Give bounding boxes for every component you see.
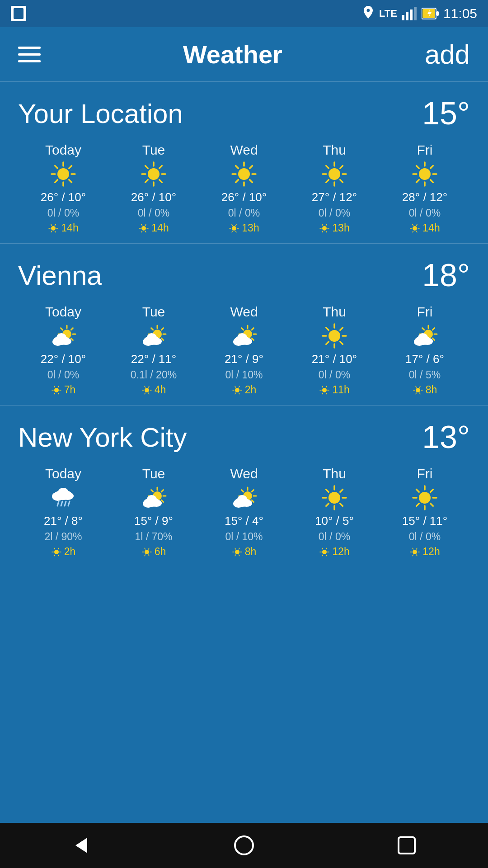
forecast-day-1[interactable]: Tue 15° / 9°1l / 70% 6h bbox=[108, 466, 199, 558]
weather-icon-rainy bbox=[50, 484, 77, 511]
location-header: Vienna18° bbox=[18, 257, 470, 293]
svg-line-93 bbox=[61, 328, 63, 330]
sunshine-hours: 11h bbox=[319, 384, 349, 396]
svg-line-9 bbox=[69, 180, 72, 183]
svg-line-268 bbox=[413, 548, 413, 549]
svg-point-271 bbox=[235, 836, 253, 854]
svg-point-71 bbox=[419, 168, 431, 180]
forecast-day-2[interactable]: Wed 15° / 4°0l / 10% 8h bbox=[199, 466, 289, 558]
svg-line-217 bbox=[148, 548, 149, 549]
svg-line-260 bbox=[417, 490, 419, 492]
svg-point-120 bbox=[145, 388, 149, 392]
svg-line-27 bbox=[145, 180, 148, 183]
svg-line-258 bbox=[417, 504, 419, 506]
forecast-day-1[interactable]: Tue 22° / 11°0.1l / 20% 4h bbox=[108, 304, 199, 396]
svg-line-85 bbox=[413, 224, 413, 226]
svg-line-182 bbox=[419, 386, 420, 387]
svg-line-190 bbox=[68, 501, 70, 506]
forecast-day-3[interactable]: Thu 21° / 10°0l / 0% 11h bbox=[289, 304, 380, 396]
svg-line-220 bbox=[252, 500, 253, 502]
day-label: Fri bbox=[417, 142, 433, 158]
svg-point-64 bbox=[322, 226, 327, 231]
location-section-1[interactable]: Vienna18°Today 22° / 10°0l / 0% 7hTue 22… bbox=[0, 243, 488, 405]
svg-line-249 bbox=[326, 555, 327, 556]
svg-line-256 bbox=[431, 504, 433, 506]
sunshine-hours: 12h bbox=[409, 546, 440, 558]
svg-rect-5 bbox=[436, 11, 439, 16]
back-button[interactable] bbox=[63, 827, 99, 863]
temperature-range: 22° / 11° bbox=[131, 352, 176, 366]
signal-icon bbox=[402, 7, 417, 20]
svg-line-15 bbox=[69, 166, 72, 169]
svg-line-162 bbox=[326, 386, 327, 387]
svg-line-178 bbox=[419, 393, 420, 394]
svg-line-265 bbox=[417, 555, 418, 556]
temperature-range: 26° / 10° bbox=[41, 190, 86, 204]
precipitation: 2l / 90% bbox=[44, 531, 82, 543]
temperature-range: 15° / 9° bbox=[134, 514, 173, 528]
svg-point-119 bbox=[147, 333, 157, 342]
svg-point-139 bbox=[237, 333, 247, 342]
svg-line-153 bbox=[326, 328, 329, 330]
svg-point-211 bbox=[145, 550, 149, 554]
precipitation: 0l / 5% bbox=[409, 369, 441, 381]
svg-line-51 bbox=[232, 231, 233, 232]
temperature-range: 21° / 10° bbox=[312, 352, 357, 366]
forecast-day-2[interactable]: Wed 26° / 10°0l / 0% 13h bbox=[199, 142, 289, 234]
day-label: Wed bbox=[230, 142, 258, 158]
svg-point-186 bbox=[58, 488, 69, 498]
svg-line-11 bbox=[55, 180, 58, 183]
svg-line-244 bbox=[326, 490, 329, 492]
svg-line-38 bbox=[145, 224, 146, 226]
add-location-button[interactable]: add bbox=[425, 39, 470, 70]
location-section-2[interactable]: New York City13°Today 21° / 8°2l / 90% 2… bbox=[0, 405, 488, 567]
svg-line-18 bbox=[55, 231, 56, 232]
svg-line-77 bbox=[417, 166, 419, 169]
forecast-day-0[interactable]: Today 21° / 8°2l / 90% 2h bbox=[18, 466, 108, 558]
day-label: Wed bbox=[230, 466, 258, 481]
svg-line-69 bbox=[322, 224, 323, 226]
forecast-day-1[interactable]: Tue 26° / 10°0l / 0% 14h bbox=[108, 142, 199, 234]
svg-line-188 bbox=[61, 501, 62, 506]
svg-line-197 bbox=[58, 548, 59, 549]
weather-icon-partly-cloudy bbox=[230, 322, 258, 349]
forecast-day-4[interactable]: Fri 17° / 6°0l / 5% 8h bbox=[380, 304, 470, 396]
svg-line-67 bbox=[322, 231, 323, 232]
precipitation: 0l / 0% bbox=[47, 369, 79, 381]
svg-point-210 bbox=[147, 495, 157, 504]
svg-line-31 bbox=[160, 166, 162, 169]
menu-button[interactable] bbox=[18, 47, 41, 62]
recents-button[interactable] bbox=[389, 827, 425, 863]
svg-point-176 bbox=[416, 388, 420, 392]
forecast-day-4[interactable]: Fri 28° / 12°0l / 0% 14h bbox=[380, 142, 470, 234]
forecast-day-3[interactable]: Thu 10° / 5°0l / 0% 12h bbox=[289, 466, 380, 558]
location-header: New York City13° bbox=[18, 419, 470, 455]
svg-line-105 bbox=[54, 386, 55, 387]
home-button[interactable] bbox=[226, 827, 262, 863]
svg-point-191 bbox=[54, 550, 59, 554]
location-section-0[interactable]: Your Location15°Today 26° / 10°0l / 0% 1… bbox=[0, 81, 488, 243]
svg-line-234 bbox=[235, 555, 236, 556]
forecast-day-4[interactable]: Fri 15° / 11°0l / 0% 12h bbox=[380, 466, 470, 558]
temperature-range: 21° / 9° bbox=[225, 352, 263, 366]
forecast-day-3[interactable]: Thu 27° / 12°0l / 0% 13h bbox=[289, 142, 380, 234]
forecast-day-0[interactable]: Today 22° / 10°0l / 0% 7h bbox=[18, 304, 108, 396]
svg-rect-1 bbox=[406, 12, 408, 20]
navigation-bar bbox=[0, 823, 488, 868]
svg-line-21 bbox=[51, 224, 52, 226]
svg-rect-0 bbox=[402, 15, 404, 20]
temperature-range: 28° / 12° bbox=[402, 190, 447, 204]
svg-line-57 bbox=[340, 180, 343, 183]
forecast-day-2[interactable]: Wed 21° / 9°0l / 10% 2h bbox=[199, 304, 289, 396]
svg-point-247 bbox=[322, 550, 327, 554]
svg-line-262 bbox=[431, 490, 433, 492]
lte-icon: LTE bbox=[379, 8, 397, 19]
status-left bbox=[11, 6, 26, 21]
precipitation: 0l / 0% bbox=[319, 531, 350, 543]
svg-marker-270 bbox=[75, 838, 87, 853]
weather-icon-sun bbox=[411, 160, 438, 188]
forecast-day-0[interactable]: Today 26° / 10°0l / 0% 14h bbox=[18, 142, 108, 234]
svg-line-143 bbox=[235, 393, 236, 394]
precipitation: 0l / 0% bbox=[409, 531, 441, 543]
svg-line-142 bbox=[239, 393, 239, 394]
